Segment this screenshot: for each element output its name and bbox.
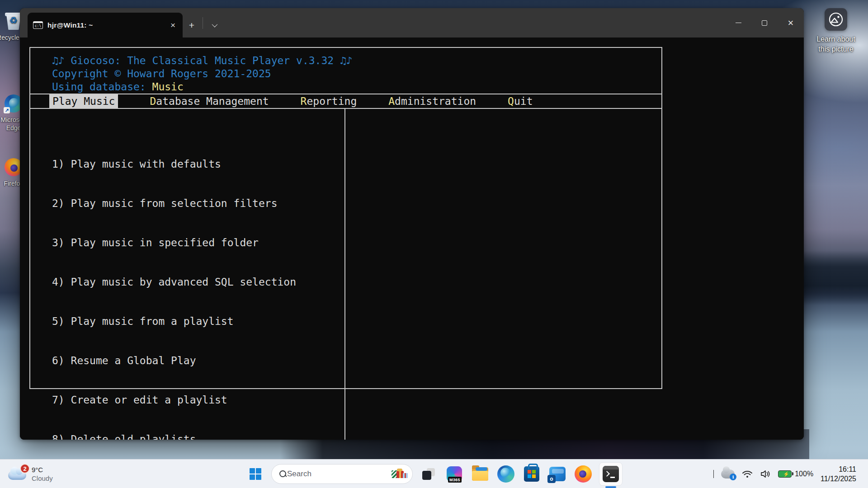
search-input[interactable] bbox=[287, 469, 387, 479]
windows-logo-icon bbox=[250, 468, 262, 480]
folder-icon bbox=[472, 467, 488, 481]
terminal-window: c:\ hjr@Win11: ~ × + × ♫♪ Giocoso: The C… bbox=[20, 8, 804, 440]
search-icon bbox=[279, 470, 283, 478]
menu-item: 8) Delete old playlists bbox=[52, 433, 344, 440]
menu-tab-administration[interactable]: Administration bbox=[388, 95, 476, 107]
onedrive-tray-icon[interactable]: i bbox=[721, 469, 735, 479]
menu-tab-reporting[interactable]: Reporting bbox=[301, 95, 357, 107]
volume-tray-icon[interactable] bbox=[760, 469, 771, 479]
tab-close-icon[interactable]: × bbox=[169, 20, 177, 30]
close-icon: × bbox=[788, 18, 794, 28]
battery-icon: ⚡ bbox=[778, 470, 792, 478]
search-box[interactable] bbox=[271, 464, 413, 484]
database-name: Music bbox=[152, 81, 184, 93]
copilot-m365-button[interactable]: M365 bbox=[444, 464, 464, 484]
terminal-titlebar[interactable]: c:\ hjr@Win11: ~ × + × bbox=[20, 8, 804, 38]
battery-tray-icon[interactable]: ⚡ 100% bbox=[778, 470, 813, 478]
picture-icon bbox=[825, 8, 847, 31]
active-app-indicator bbox=[605, 486, 616, 488]
wallpaper-ridge bbox=[804, 251, 868, 305]
terminal-icon bbox=[603, 466, 619, 482]
desktop: ♻ Recycle Bin ↗ Microsoft Edge Firefox L… bbox=[0, 0, 868, 488]
outlook-icon: o bbox=[549, 467, 566, 481]
maximize-button[interactable] bbox=[751, 8, 778, 38]
weather-temp: 9°C bbox=[32, 465, 53, 474]
minimize-button[interactable] bbox=[725, 8, 751, 38]
menu-items-pane: 1) Play music with defaults 2) Play musi… bbox=[30, 109, 345, 440]
weather-condition: Cloudy bbox=[32, 474, 53, 483]
clock[interactable]: 16:11 11/12/2025 bbox=[821, 465, 856, 483]
giocoso-tui: ♫♪ Giocoso: The Classical Music Player v… bbox=[29, 47, 662, 389]
notification-badge: 2 bbox=[20, 464, 30, 474]
microsoft-store-button[interactable] bbox=[522, 464, 542, 484]
menu-item: 5) Play music from a playlist bbox=[52, 315, 344, 328]
close-button[interactable]: × bbox=[778, 8, 804, 38]
tab-dropdown-button[interactable] bbox=[205, 13, 223, 38]
menu-item: 4) Play music by advanced SQL selection bbox=[52, 276, 344, 289]
edge-icon bbox=[497, 465, 514, 483]
tab-title: hjr@Win11: ~ bbox=[47, 21, 169, 29]
learn-label-line2: this picture bbox=[804, 44, 868, 54]
menu-tab-database-management[interactable]: Database Management bbox=[150, 95, 269, 107]
edge-button[interactable] bbox=[496, 464, 516, 484]
tab-bar-divider bbox=[203, 17, 203, 29]
tui-header: ♫♪ Giocoso: The Classical Music Player v… bbox=[30, 48, 661, 94]
m365-copilot-icon: M365 bbox=[447, 466, 462, 482]
menu-tab-quit[interactable]: Quit bbox=[508, 95, 533, 107]
copyright-line: Copyright © Howard Rogers 2021-2025 bbox=[52, 67, 661, 80]
menu-item: 6) Resume a Global Play bbox=[52, 354, 344, 367]
new-tab-button[interactable]: + bbox=[183, 13, 201, 38]
tui-menubar: Play Music Database Management Reporting… bbox=[30, 94, 661, 109]
menu-tab-play-music[interactable]: Play Music bbox=[49, 94, 118, 108]
menu-item: 1) Play music with defaults bbox=[52, 158, 344, 171]
start-button[interactable] bbox=[245, 464, 265, 484]
cloud-icon: 2 bbox=[8, 467, 27, 481]
maximize-icon bbox=[762, 20, 767, 26]
tray-time: 16:11 bbox=[821, 465, 856, 474]
firefox-button[interactable] bbox=[573, 464, 593, 484]
learn-about-picture-widget[interactable]: Learn about this picture bbox=[804, 8, 868, 54]
weather-widget[interactable]: 2 9°C Cloudy bbox=[5, 460, 57, 488]
outlook-button[interactable]: o bbox=[547, 464, 567, 484]
menu-item: 2) Play music from selection filters bbox=[52, 197, 344, 210]
learn-label-line1: Learn about bbox=[804, 34, 868, 44]
terminal-screen[interactable]: ♫♪ Giocoso: The Classical Music Player v… bbox=[20, 38, 804, 440]
app-title: ♫♪ Giocoso: The Classical Music Player v… bbox=[52, 54, 661, 67]
terminal-taskbar-button[interactable] bbox=[599, 462, 623, 486]
chevron-down-icon bbox=[212, 22, 217, 28]
terminal-tab[interactable]: c:\ hjr@Win11: ~ × bbox=[28, 13, 183, 38]
task-view-button[interactable] bbox=[419, 464, 439, 484]
file-explorer-button[interactable] bbox=[470, 464, 490, 484]
taskbar: 2 9°C Cloudy M365 bbox=[0, 459, 868, 488]
battery-percent: 100% bbox=[795, 470, 813, 478]
store-icon bbox=[524, 466, 539, 482]
menu-item: 7) Create or edit a playlist bbox=[52, 394, 344, 407]
info-badge-icon: i bbox=[730, 474, 736, 480]
minimize-icon bbox=[736, 23, 741, 23]
detail-pane bbox=[345, 109, 661, 440]
shortcut-arrow-icon: ↗ bbox=[4, 107, 10, 113]
tray-chevron-button[interactable] bbox=[713, 470, 714, 478]
database-label: Using database: bbox=[52, 81, 152, 93]
holiday-gifts-icon bbox=[392, 470, 408, 478]
wifi-tray-icon[interactable] bbox=[742, 469, 753, 479]
tray-date: 11/12/2025 bbox=[821, 474, 856, 483]
firefox-icon bbox=[575, 465, 592, 483]
cmd-prompt-icon: c:\ bbox=[33, 21, 43, 29]
menu-item: 3) Play music in specified folder bbox=[52, 236, 344, 249]
chevron-up-icon bbox=[713, 470, 714, 478]
